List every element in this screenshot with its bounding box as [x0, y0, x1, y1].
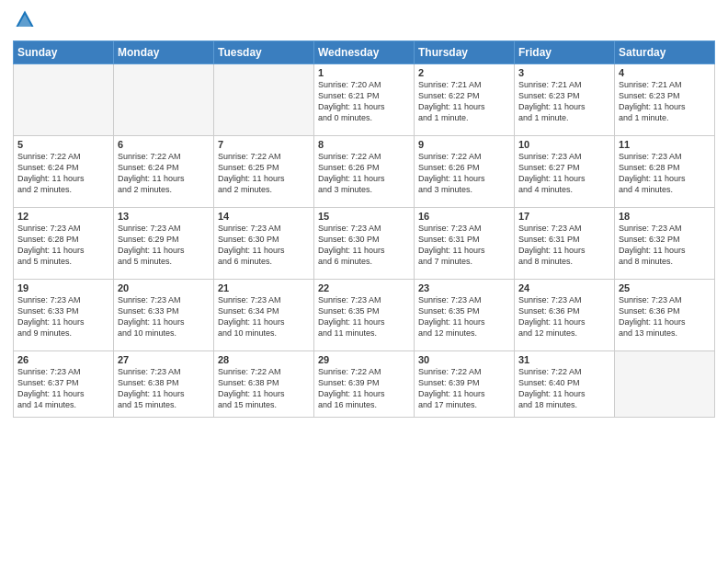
calendar-table: SundayMondayTuesdayWednesdayThursdayFrid…	[13, 40, 715, 418]
week-row-1: 1Sunrise: 7:20 AM Sunset: 6:21 PM Daylig…	[14, 64, 715, 136]
day-info: Sunrise: 7:23 AM Sunset: 6:35 PM Dayligh…	[418, 294, 510, 339]
day-info: Sunrise: 7:23 AM Sunset: 6:29 PM Dayligh…	[118, 223, 210, 268]
calendar-cell: 11Sunrise: 7:23 AM Sunset: 6:28 PM Dayli…	[615, 136, 715, 208]
page: SundayMondayTuesdayWednesdayThursdayFrid…	[0, 0, 728, 563]
calendar-cell: 26Sunrise: 7:23 AM Sunset: 6:37 PM Dayli…	[14, 351, 114, 418]
day-number: 25	[619, 282, 711, 293]
day-info: Sunrise: 7:22 AM Sunset: 6:24 PM Dayligh…	[17, 151, 109, 196]
day-info: Sunrise: 7:23 AM Sunset: 6:30 PM Dayligh…	[218, 223, 310, 268]
day-number: 29	[318, 354, 410, 365]
calendar-cell	[615, 351, 715, 418]
day-info: Sunrise: 7:23 AM Sunset: 6:37 PM Dayligh…	[17, 366, 109, 411]
day-number: 26	[17, 354, 109, 365]
week-row-2: 5Sunrise: 7:22 AM Sunset: 6:24 PM Daylig…	[14, 136, 715, 208]
calendar-cell: 3Sunrise: 7:21 AM Sunset: 6:23 PM Daylig…	[515, 64, 615, 136]
day-number: 4	[619, 67, 711, 78]
header	[13, 9, 715, 33]
calendar-cell: 20Sunrise: 7:23 AM Sunset: 6:33 PM Dayli…	[114, 280, 214, 351]
day-number: 7	[218, 139, 310, 150]
calendar-cell: 17Sunrise: 7:23 AM Sunset: 6:31 PM Dayli…	[515, 208, 615, 280]
calendar-cell: 18Sunrise: 7:23 AM Sunset: 6:32 PM Dayli…	[615, 208, 715, 280]
calendar-cell: 7Sunrise: 7:22 AM Sunset: 6:25 PM Daylig…	[214, 136, 314, 208]
logo	[13, 9, 37, 33]
day-info: Sunrise: 7:23 AM Sunset: 6:33 PM Dayligh…	[118, 294, 210, 339]
weekday-header-tuesday: Tuesday	[214, 41, 314, 64]
calendar-cell: 31Sunrise: 7:22 AM Sunset: 6:40 PM Dayli…	[515, 351, 615, 418]
logo-icon	[15, 9, 35, 29]
day-info: Sunrise: 7:23 AM Sunset: 6:31 PM Dayligh…	[518, 223, 610, 268]
day-number: 2	[418, 67, 510, 78]
weekday-header-thursday: Thursday	[415, 41, 515, 64]
day-number: 22	[318, 282, 410, 293]
calendar-cell: 24Sunrise: 7:23 AM Sunset: 6:36 PM Dayli…	[515, 280, 615, 351]
week-row-5: 26Sunrise: 7:23 AM Sunset: 6:37 PM Dayli…	[14, 351, 715, 418]
calendar-cell	[214, 64, 314, 136]
day-info: Sunrise: 7:21 AM Sunset: 6:23 PM Dayligh…	[619, 79, 711, 124]
calendar-cell: 27Sunrise: 7:23 AM Sunset: 6:38 PM Dayli…	[114, 351, 214, 418]
weekday-header-saturday: Saturday	[615, 41, 715, 64]
day-info: Sunrise: 7:22 AM Sunset: 6:38 PM Dayligh…	[218, 366, 310, 411]
calendar-cell: 12Sunrise: 7:23 AM Sunset: 6:28 PM Dayli…	[14, 208, 114, 280]
weekday-header-wednesday: Wednesday	[314, 41, 415, 64]
day-info: Sunrise: 7:23 AM Sunset: 6:35 PM Dayligh…	[318, 294, 410, 339]
day-info: Sunrise: 7:20 AM Sunset: 6:21 PM Dayligh…	[318, 79, 410, 124]
day-number: 28	[218, 354, 310, 365]
calendar-cell: 2Sunrise: 7:21 AM Sunset: 6:22 PM Daylig…	[415, 64, 515, 136]
day-number: 21	[218, 282, 310, 293]
day-number: 30	[418, 354, 510, 365]
day-info: Sunrise: 7:23 AM Sunset: 6:33 PM Dayligh…	[17, 294, 109, 339]
calendar-cell: 14Sunrise: 7:23 AM Sunset: 6:30 PM Dayli…	[214, 208, 314, 280]
calendar-cell	[114, 64, 214, 136]
day-info: Sunrise: 7:23 AM Sunset: 6:27 PM Dayligh…	[518, 151, 610, 196]
calendar-cell: 8Sunrise: 7:22 AM Sunset: 6:26 PM Daylig…	[314, 136, 415, 208]
day-info: Sunrise: 7:23 AM Sunset: 6:32 PM Dayligh…	[619, 223, 711, 268]
day-number: 10	[518, 139, 610, 150]
day-info: Sunrise: 7:23 AM Sunset: 6:30 PM Dayligh…	[318, 223, 410, 268]
day-number: 12	[17, 211, 109, 222]
day-info: Sunrise: 7:21 AM Sunset: 6:22 PM Dayligh…	[418, 79, 510, 124]
calendar-cell: 10Sunrise: 7:23 AM Sunset: 6:27 PM Dayli…	[515, 136, 615, 208]
calendar-cell: 9Sunrise: 7:22 AM Sunset: 6:26 PM Daylig…	[415, 136, 515, 208]
day-number: 11	[619, 139, 711, 150]
weekday-header-friday: Friday	[515, 41, 615, 64]
day-number: 17	[518, 211, 610, 222]
day-number: 23	[418, 282, 510, 293]
day-number: 24	[518, 282, 610, 293]
calendar-cell: 15Sunrise: 7:23 AM Sunset: 6:30 PM Dayli…	[314, 208, 415, 280]
day-info: Sunrise: 7:23 AM Sunset: 6:31 PM Dayligh…	[418, 223, 510, 268]
day-info: Sunrise: 7:23 AM Sunset: 6:36 PM Dayligh…	[619, 294, 711, 339]
day-number: 15	[318, 211, 410, 222]
calendar-cell: 19Sunrise: 7:23 AM Sunset: 6:33 PM Dayli…	[14, 280, 114, 351]
day-info: Sunrise: 7:23 AM Sunset: 6:36 PM Dayligh…	[518, 294, 610, 339]
calendar-cell: 1Sunrise: 7:20 AM Sunset: 6:21 PM Daylig…	[314, 64, 415, 136]
weekday-header-sunday: Sunday	[14, 41, 114, 64]
day-info: Sunrise: 7:22 AM Sunset: 6:26 PM Dayligh…	[418, 151, 510, 196]
day-number: 18	[619, 211, 711, 222]
day-number: 6	[118, 139, 210, 150]
day-info: Sunrise: 7:21 AM Sunset: 6:23 PM Dayligh…	[518, 79, 610, 124]
day-info: Sunrise: 7:23 AM Sunset: 6:28 PM Dayligh…	[619, 151, 711, 196]
weekday-header-monday: Monday	[114, 41, 214, 64]
calendar-cell: 4Sunrise: 7:21 AM Sunset: 6:23 PM Daylig…	[615, 64, 715, 136]
day-number: 16	[418, 211, 510, 222]
day-number: 20	[118, 282, 210, 293]
calendar-cell: 25Sunrise: 7:23 AM Sunset: 6:36 PM Dayli…	[615, 280, 715, 351]
day-info: Sunrise: 7:22 AM Sunset: 6:40 PM Dayligh…	[518, 366, 610, 411]
day-number: 9	[418, 139, 510, 150]
day-info: Sunrise: 7:22 AM Sunset: 6:39 PM Dayligh…	[418, 366, 510, 411]
calendar-cell: 16Sunrise: 7:23 AM Sunset: 6:31 PM Dayli…	[415, 208, 515, 280]
day-number: 14	[218, 211, 310, 222]
day-info: Sunrise: 7:23 AM Sunset: 6:28 PM Dayligh…	[17, 223, 109, 268]
calendar-cell: 5Sunrise: 7:22 AM Sunset: 6:24 PM Daylig…	[14, 136, 114, 208]
week-row-4: 19Sunrise: 7:23 AM Sunset: 6:33 PM Dayli…	[14, 280, 715, 351]
day-number: 27	[118, 354, 210, 365]
calendar-cell: 13Sunrise: 7:23 AM Sunset: 6:29 PM Dayli…	[114, 208, 214, 280]
day-info: Sunrise: 7:22 AM Sunset: 6:24 PM Dayligh…	[118, 151, 210, 196]
calendar-cell	[14, 64, 114, 136]
day-info: Sunrise: 7:23 AM Sunset: 6:34 PM Dayligh…	[218, 294, 310, 339]
calendar-cell: 21Sunrise: 7:23 AM Sunset: 6:34 PM Dayli…	[214, 280, 314, 351]
day-number: 31	[518, 354, 610, 365]
day-number: 1	[318, 67, 410, 78]
day-number: 13	[118, 211, 210, 222]
day-number: 5	[17, 139, 109, 150]
